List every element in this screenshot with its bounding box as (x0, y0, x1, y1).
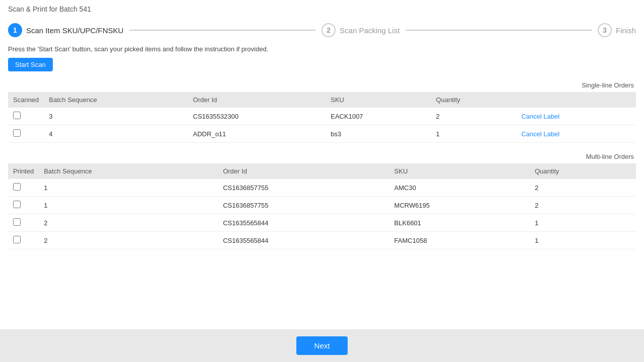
batch-seq-cell: 3 (44, 108, 188, 125)
sku-cell-multi: MCRW6195 (389, 197, 530, 214)
order-id-cell-multi: CS1635565844 (218, 214, 389, 232)
sku-cell-multi: BLK6601 (389, 214, 530, 232)
step-3: 3 Finish (598, 23, 636, 37)
batch-seq-cell-multi: 2 (39, 214, 218, 232)
col-scanned: Scanned (8, 92, 44, 108)
col-printed: Printed (8, 163, 39, 179)
quantity-cell-multi: 2 (530, 197, 636, 214)
multi-line-row: 1 CS1636857755 AMC30 2 (8, 179, 636, 197)
single-line-row: 4 ADDR_o11 bs3 1 Cancel Label (8, 125, 636, 143)
cancel-label-link-0[interactable]: Cancel Label (521, 113, 559, 120)
single-line-orders-table: Scanned Batch Sequence Order Id SKU Quan… (8, 92, 636, 143)
scanned-checkbox-cell (8, 108, 44, 125)
next-button[interactable]: Next (296, 336, 348, 355)
cancel-label-link-1[interactable]: Cancel Label (521, 130, 559, 138)
quantity-cell-multi: 1 (530, 214, 636, 232)
quantity-cell: 2 (431, 108, 516, 125)
step-2-label: Scan Packing List (340, 26, 399, 35)
scanned-checkbox-cell (8, 125, 44, 143)
single-line-orders-label: Single-line Orders (8, 81, 636, 89)
scanned-checkbox-1[interactable] (13, 129, 21, 137)
step-2: 2 Scan Packing List (321, 23, 399, 37)
step-3-circle: 3 (598, 23, 612, 37)
printed-checkbox-0[interactable] (13, 183, 21, 191)
page-title: Scan & Print for Batch 541 (8, 5, 636, 13)
scanned-checkbox-0[interactable] (13, 112, 21, 119)
quantity-cell-multi: 2 (530, 179, 636, 197)
order-id-cell-multi: CS1636857755 (218, 197, 389, 214)
col-quantity-multi: Quantity (530, 163, 636, 179)
sku-cell: bs3 (326, 125, 431, 143)
step-2-circle: 2 (321, 23, 336, 37)
col-sku: SKU (326, 92, 431, 108)
multi-line-row: 1 CS1636857755 MCRW6195 2 (8, 197, 636, 214)
step-line-2 (406, 30, 592, 31)
start-scan-button[interactable]: Start Scan (8, 58, 53, 71)
printed-checkbox-cell (8, 214, 39, 232)
col-order-id-multi: Order Id (218, 163, 389, 179)
multi-line-orders-table: Printed Batch Sequence Order Id SKU Quan… (8, 163, 636, 249)
order-id-cell: ADDR_o11 (188, 125, 326, 143)
stepper: 1 Scan Item SKU/UPC/FNSKU 2 Scan Packing… (8, 19, 636, 45)
printed-checkbox-2[interactable] (13, 218, 21, 226)
sku-cell: EACK1007 (326, 108, 431, 125)
col-batch-seq-multi: Batch Sequence (39, 163, 218, 179)
order-id-cell-multi: CS1636857755 (218, 179, 389, 197)
printed-checkbox-3[interactable] (13, 236, 21, 243)
multi-line-orders-label: Multi-line Orders (8, 153, 636, 160)
instruction-text: Press the 'Start Scan' button, scan your… (8, 45, 636, 53)
step-line-1 (129, 30, 315, 31)
step-1-label: Scan Item SKU/UPC/FNSKU (26, 26, 123, 35)
printed-checkbox-cell (8, 232, 39, 249)
action-cell: Cancel Label (516, 108, 636, 125)
step-3-label: Finish (616, 26, 636, 35)
sku-cell-multi: AMC30 (389, 179, 530, 197)
quantity-cell-multi: 1 (530, 232, 636, 249)
batch-seq-cell-multi: 1 (39, 179, 218, 197)
footer-bar: Next (0, 329, 644, 362)
step-1: 1 Scan Item SKU/UPC/FNSKU (8, 23, 123, 37)
batch-seq-cell: 4 (44, 125, 188, 143)
sku-cell-multi: FAMC1058 (389, 232, 530, 249)
step-1-circle: 1 (8, 23, 22, 37)
multi-line-row: 2 CS1635565844 FAMC1058 1 (8, 232, 636, 249)
col-quantity: Quantity (431, 92, 516, 108)
col-action (516, 92, 636, 108)
col-sku-multi: SKU (389, 163, 530, 179)
batch-seq-cell-multi: 2 (39, 232, 218, 249)
order-id-cell-multi: CS1635565844 (218, 232, 389, 249)
multi-line-row: 2 CS1635565844 BLK6601 1 (8, 214, 636, 232)
printed-checkbox-cell (8, 179, 39, 197)
quantity-cell: 1 (431, 125, 516, 143)
printed-checkbox-1[interactable] (13, 201, 21, 208)
col-batch-seq: Batch Sequence (44, 92, 188, 108)
printed-checkbox-cell (8, 197, 39, 214)
action-cell: Cancel Label (516, 125, 636, 143)
col-order-id: Order Id (188, 92, 326, 108)
single-line-row: 3 CS1635532300 EACK1007 2 Cancel Label (8, 108, 636, 125)
order-id-cell: CS1635532300 (188, 108, 326, 125)
batch-seq-cell-multi: 1 (39, 197, 218, 214)
